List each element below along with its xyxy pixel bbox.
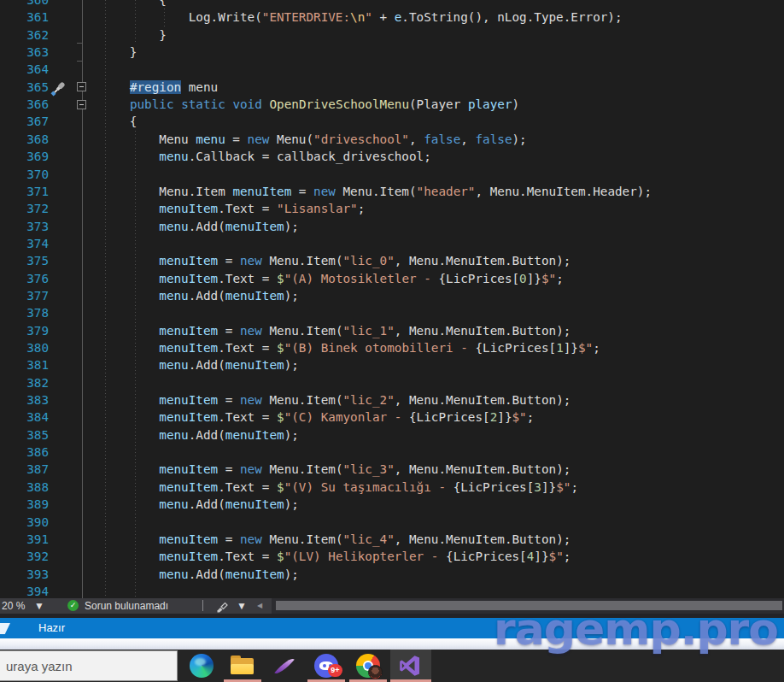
code-line[interactable]: 381 menu.Add(menuItem);	[0, 356, 784, 373]
line-number: 379	[0, 322, 49, 339]
folder-front	[231, 664, 254, 674]
code-line[interactable]: 394	[0, 583, 784, 598]
zoom-level[interactable]: 20 %	[2, 598, 25, 614]
code-line[interactable]: 373 menu.Add(menuItem);	[0, 218, 784, 235]
fold-collapse-box[interactable]	[77, 82, 86, 91]
code-text: menuItem = new Menu.Item("lic_4", Menu.M…	[71, 531, 570, 548]
visual-studio-icon[interactable]	[399, 655, 423, 679]
line-number: 362	[0, 26, 49, 44]
code-text: menuItem = new Menu.Item("lic_0", Menu.M…	[71, 252, 570, 269]
code-line[interactable]: 366 public static void OpenDriveSchoolMe…	[0, 96, 784, 113]
code-text: menu.Add(menuItem);	[71, 496, 299, 513]
code-line[interactable]: 371 Menu.Item menuItem = new Menu.Item("…	[0, 183, 784, 200]
line-number: 381	[0, 356, 49, 373]
line-number: 385	[0, 426, 49, 444]
code-line[interactable]: 364	[0, 61, 784, 78]
code-text: menu.Callback = callback_driveschool;	[71, 148, 431, 165]
code-line[interactable]: 386	[0, 444, 784, 461]
line-number: 393	[0, 566, 49, 583]
discord-notification-badge: 9+	[328, 664, 342, 677]
fold-collapse-box[interactable]	[77, 100, 86, 109]
line-number: 389	[0, 496, 49, 513]
taskbar-search-input[interactable]	[0, 650, 178, 681]
code-line[interactable]: 384 menuItem.Text = $"(C) Kamyonlar - {L…	[0, 409, 784, 426]
code-text: Log.Write("ENTERDRIVE:\n" + e.ToString()…	[71, 9, 623, 26]
edge-icon[interactable]	[190, 654, 214, 678]
selected-text: #region	[130, 80, 181, 94]
line-number: 368	[0, 131, 49, 148]
code-text: menuItem.Text = $"(LV) Helikopterler - {…	[71, 548, 570, 565]
line-number: 361	[0, 9, 49, 26]
line-number: 374	[0, 235, 49, 252]
code-line[interactable]: 391 menuItem = new Menu.Item("lic_4", Me…	[0, 531, 784, 548]
code-text: menu.Add(menuItem);	[71, 566, 299, 583]
code-text: menuItem.Text = "Lisanslar";	[71, 200, 365, 217]
scroll-left-arrow[interactable]: ◀	[257, 598, 262, 614]
chevron-down-icon[interactable]: ▼	[237, 598, 247, 614]
code-line[interactable]: 369 menu.Callback = callback_driveschool…	[0, 148, 784, 165]
line-number: 376	[0, 270, 49, 287]
line-number: 391	[0, 531, 49, 548]
code-text: menuItem.Text = $"(C) Kamyonlar - {LicPr…	[71, 409, 534, 426]
code-text: #region menu	[71, 79, 218, 96]
code-text: menu.Add(menuItem);	[71, 426, 299, 444]
code-line[interactable]: 378	[0, 304, 784, 321]
code-line[interactable]: 383 menuItem = new Menu.Item("lic_2", Me…	[0, 391, 784, 409]
code-health-status: Sorun bulunamadı	[85, 598, 168, 614]
code-editor[interactable]: 360 {361 Log.Write("ENTERDRIVE:\n" + e.T…	[0, 0, 784, 598]
code-line[interactable]: 387 menuItem = new Menu.Item("lic_3", Me…	[0, 461, 784, 478]
code-line[interactable]: 375 menuItem = new Menu.Item("lic_0", Me…	[0, 252, 784, 269]
code-line[interactable]: 388 menuItem.Text = $"(V) Su taşımacılığ…	[0, 479, 784, 496]
code-line[interactable]: 360 {	[0, 0, 784, 9]
code-text: menu.Add(menuItem);	[71, 356, 299, 373]
code-text: menuItem.Text = $"(B) Binek otomobilleri…	[71, 339, 600, 356]
code-line[interactable]: 368 Menu menu = new Menu("driveschool", …	[0, 131, 784, 148]
code-line[interactable]: 385 menu.Add(menuItem);	[0, 426, 784, 444]
code-text: }	[71, 44, 137, 61]
line-number: 382	[0, 374, 49, 391]
line-number: 384	[0, 409, 49, 426]
code-line[interactable]: 392 menuItem.Text = $"(LV) Helikopterler…	[0, 548, 784, 565]
chrome-profile-avatar	[368, 665, 383, 679]
line-number: 377	[0, 287, 49, 304]
line-number: 383	[0, 391, 49, 409]
code-line[interactable]: 361 Log.Write("ENTERDRIVE:\n" + e.ToStri…	[0, 9, 784, 26]
code-line[interactable]: 382	[0, 374, 784, 391]
code-line[interactable]: 390	[0, 514, 784, 531]
code-text: Menu menu = new Menu("driveschool", fals…	[71, 131, 527, 148]
code-text: menuItem = new Menu.Item("lic_1", Menu.M…	[71, 322, 570, 339]
code-text: menuItem.Text = $"(V) Su taşımacılığı - …	[71, 479, 578, 496]
code-text: Menu.Item menuItem = new Menu.Item("head…	[71, 183, 652, 200]
code-line[interactable]: 370	[0, 166, 784, 183]
code-text: menu.Add(menuItem);	[71, 218, 299, 235]
code-line[interactable]: 372 menuItem.Text = "Lisanslar";	[0, 200, 784, 217]
line-number: 373	[0, 218, 49, 235]
code-line[interactable]: 367 {	[0, 113, 784, 130]
line-number: 369	[0, 148, 49, 165]
code-line[interactable]: 393 menu.Add(menuItem);	[0, 566, 784, 583]
code-line[interactable]: 376 menuItem.Text = $"(A) Motosikletler …	[0, 270, 784, 287]
ready-label: Hazır	[38, 618, 65, 638]
watermark: ragemp.pro	[494, 603, 778, 655]
line-number: 363	[0, 44, 49, 61]
line-number: 386	[0, 444, 49, 461]
file-explorer-icon[interactable]	[231, 656, 255, 676]
separator	[202, 600, 203, 611]
code-line[interactable]: 379 menuItem = new Menu.Item("lic_1", Me…	[0, 322, 784, 339]
line-number: 375	[0, 252, 49, 269]
code-line[interactable]: 389 menu.Add(menuItem);	[0, 496, 784, 513]
line-number: 360	[0, 0, 49, 9]
code-line[interactable]: 380 menuItem.Text = $"(B) Binek otomobil…	[0, 339, 784, 356]
code-text: menuItem.Text = $"(A) Motosikletler - {L…	[71, 270, 564, 287]
line-number: 390	[0, 514, 49, 531]
quill-icon[interactable]	[272, 654, 296, 678]
chevron-down-icon[interactable]: ▼	[34, 598, 44, 614]
code-line[interactable]: 365 #region menu	[0, 79, 784, 96]
line-number: 380	[0, 339, 49, 356]
code-line[interactable]: 374	[0, 235, 784, 252]
code-text: public static void OpenDriveSchoolMenu(P…	[71, 96, 519, 113]
code-line[interactable]: 362 }	[0, 26, 784, 44]
line-number: 367	[0, 113, 49, 130]
code-line[interactable]: 363 }	[0, 44, 784, 61]
code-line[interactable]: 377 menu.Add(menuItem);	[0, 287, 784, 304]
